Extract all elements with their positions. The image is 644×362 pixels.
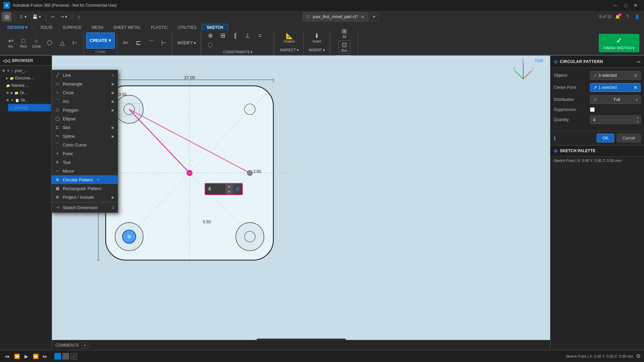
viewport[interactable]: 37.00 37.00 R3.50 3.00 0.50 ⚙ [52,56,550,350]
redo-button[interactable]: ↪ ▾ [58,12,69,21]
tangent-btn[interactable]: ◌ [204,40,216,49]
menu-item-circle[interactable]: ○ Circle ▶ [51,88,118,97]
tree-visibility-icon[interactable]: 👁 [2,69,5,73]
insert-dropdown-btn[interactable]: INSERT ▾ [306,46,327,55]
tree-visibility3-icon[interactable]: 👁 [6,99,9,102]
undo-button[interactable]: ↩ [49,12,57,21]
tree-arrow-root[interactable]: ▼ [7,69,10,72]
arc-tool-btn[interactable]: ↩Arc [5,37,17,50]
prev-button[interactable]: ⏪ [13,352,21,360]
tab-sketch[interactable]: SKETCH [202,24,228,31]
rectangle-tool-btn[interactable]: □Rect [17,37,30,50]
inspect-tools-btn[interactable]: 📐Inspect [281,31,298,45]
tab-mesh[interactable]: MESH [87,24,108,31]
quantity-spin-down[interactable]: ▼ [225,189,233,194]
center-point-value-display[interactable]: ↗ 1 selected ✕ [590,83,641,92]
menu-item-circular-pattern[interactable]: ⊚ Circular Pattern ↖ [51,175,118,184]
objects-clear-btn[interactable]: ✕ [634,73,638,78]
quantity-spin-up[interactable]: ▲ [225,184,233,189]
skip-start-button[interactable]: ⏮ [3,352,11,360]
info-button[interactable]: ℹ [554,134,556,142]
quantity-input[interactable] [590,117,635,122]
browser-item-active-sketch[interactable]: 🖊 [active] [8,104,52,111]
tab-utilities[interactable]: UTILITIES [173,24,202,31]
circle-tool-btn[interactable]: ○Circle [30,37,43,50]
modify-dropdown-btn[interactable]: MODIFY ▾ [175,38,199,48]
new-tab-button[interactable]: + [370,12,378,21]
fillet-btn[interactable]: ⌒ [145,39,157,47]
create-dropdown-btn[interactable]: CREATE ▾ [86,33,115,49]
timeline-item-3[interactable]: ╱ [70,353,77,360]
tree-arrow-origin[interactable]: ▶ [11,91,13,95]
app-menu-icon[interactable]: ⊞ [2,12,11,21]
tree-arrow-docs[interactable]: ▶ [6,76,8,80]
equal-btn[interactable]: = [254,31,266,40]
home-button[interactable]: ⌂ [75,12,82,21]
polygon-tool-btn[interactable]: ⎔ [44,39,56,47]
triangle-tool-btn[interactable]: △ [56,39,68,47]
tab-sheet-metal[interactable]: SHEET METAL [108,24,146,31]
maximize-button[interactable]: □ [621,2,631,9]
quantity-reset-button[interactable]: ↺ [233,184,242,194]
new-button[interactable]: 🗋 ▾ [17,12,29,21]
timeline-item-1[interactable] [54,353,61,360]
tab-plastic[interactable]: PLASTIC [146,24,173,31]
tree-arrow-sketch[interactable]: ▼ [11,99,14,102]
menu-item-spline[interactable]: 〜 Spline ▶ [51,132,118,140]
menu-item-rectangle[interactable]: □ Rectangle ▶ [51,79,118,88]
minimize-button[interactable]: ─ [610,2,621,9]
menu-item-polygon[interactable]: ⬡ Polygon ▶ [51,106,118,114]
settings-button[interactable]: ⚙ [636,353,641,359]
quantity-overlay-input[interactable] [205,185,225,193]
notifications-button[interactable]: 🔔 1 [613,12,623,21]
parallel-btn[interactable]: ∥ [229,31,241,40]
menu-item-line[interactable]: ╱ Line L [51,71,118,79]
timeline-item-2[interactable] [62,353,69,360]
select-box-btn[interactable]: ⊡Box [338,41,351,54]
insert-tools-btn[interactable]: ⬇Insert [308,31,325,45]
menu-item-arc[interactable]: ⌒ Arc ▶ [51,97,118,106]
account-button[interactable]: 👤 [632,12,642,21]
select-all-btn[interactable]: ⊞All [338,27,351,40]
coincident-btn[interactable]: ⊕ [204,31,216,40]
menu-item-slot[interactable]: ⊏ Slot ▶ [51,123,118,132]
chamfer-btn[interactable]: ⊢ [158,39,170,47]
trim-btn[interactable]: ✄ [120,39,132,47]
perpendicular-tool-btn[interactable]: ⊢ [69,39,81,47]
suppression-checkbox[interactable] [590,107,595,112]
constraints-dropdown-btn[interactable]: CONSTRAINTS ▾ [221,50,255,55]
objects-value-display[interactable]: ↗ 3 selected ✕ [590,71,641,80]
quantity-up-btn[interactable]: ▲ [635,115,640,120]
quantity-down-btn[interactable]: ▼ [635,120,640,124]
collinear-btn[interactable]: ⊞ [217,31,229,40]
collapse-icon[interactable]: ◁◁ [3,58,10,63]
tab-close-icon[interactable]: ✕ [361,14,365,19]
tab-solid[interactable]: SOLID [35,24,57,31]
quantity-overlay[interactable]: ▲ ▼ ↺ [205,183,243,195]
menu-item-sketch-dimension[interactable]: ⊣ Sketch Dimension D [51,203,118,212]
menu-item-ellipse[interactable]: ◯ Ellipse [51,114,118,123]
next-button[interactable]: ⏩ [32,352,40,360]
menu-item-text[interactable]: A Text [51,158,118,167]
cp-expand-icon[interactable]: ⇔ [637,59,641,64]
cancel-button[interactable]: Cancel [617,134,641,142]
browser-item-documents[interactable]: ▶ 📁 Docume... [4,74,52,82]
distribution-select[interactable]: ↺ Full ▾ [590,95,641,104]
browser-item-origin[interactable]: 👁 ▶ 📁 Or... [4,89,52,97]
menu-item-rectangular-pattern[interactable]: ▦ Rectangular Pattern [51,184,118,193]
center-point-clear-btn[interactable]: ✕ [634,85,638,90]
play-button[interactable]: ▶ [22,352,30,360]
menu-item-conic-curve[interactable]: ⌒ Conic Curve [51,140,118,149]
menu-item-project-include[interactable]: ⊕ Project / Include ▶ [51,193,118,201]
offset-btn[interactable]: ⊏ [132,39,145,47]
close-button[interactable]: ✕ [631,2,641,9]
design-dropdown[interactable]: DESIGN ▾ [3,24,32,31]
add-comment-button[interactable]: + [82,342,88,349]
perp-btn[interactable]: ⊥ [241,31,254,40]
ok-button[interactable]: OK [597,134,614,142]
inspect-dropdown-btn[interactable]: INSPECT ▾ [277,46,301,55]
browser-item-root[interactable]: 👁 ▼ □ your_... [0,67,52,74]
menu-item-mirror[interactable]: ↔ Mirror [51,167,118,175]
save-button[interactable]: 💾 ▾ [30,12,43,21]
browser-item-sketch[interactable]: 👁 ▼ 📋 Sk... [4,97,52,104]
